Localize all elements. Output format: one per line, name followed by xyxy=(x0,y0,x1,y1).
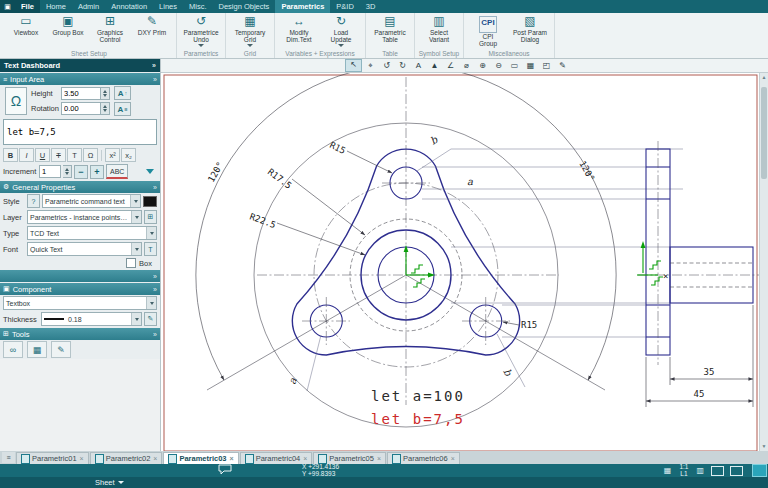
text-height-up-button[interactable]: A↑ xyxy=(114,86,131,100)
menu-3d[interactable]: 3D xyxy=(360,0,382,13)
scale-readout[interactable]: 1:1 L1 xyxy=(679,464,688,477)
omega-symbol-button[interactable]: Ω xyxy=(5,87,27,115)
section-header-component[interactable]: ▣ Component » xyxy=(0,283,160,295)
menu-annotation[interactable]: Annotation xyxy=(105,0,153,13)
section-header-general-properties[interactable]: ⚙ General Properties » xyxy=(0,181,160,193)
drawing-canvas-area[interactable]: R15 R17.5 R22.5 120° 120° R15 b a xyxy=(161,73,768,451)
tab-parametric02[interactable]: Parametric02 × xyxy=(90,452,163,464)
fill-tool-button[interactable]: ▲ xyxy=(427,60,442,71)
zoom-window-button[interactable]: ▭ xyxy=(507,60,522,71)
tab-parametric01[interactable]: Parametric01 × xyxy=(16,452,89,464)
param-text-b[interactable]: let b=7,5 xyxy=(371,411,465,427)
layer-dropdown[interactable]: Parametrics - instance points,table xyxy=(27,210,142,224)
collapse-icon[interactable]: » xyxy=(153,331,157,338)
snap-grid-icon[interactable]: ▦ xyxy=(664,466,672,475)
text-fit-button[interactable]: A≡ xyxy=(114,102,131,116)
zoom-in-button[interactable]: ⊕ xyxy=(475,60,490,71)
select-variant-button[interactable]: ▥ Select Variant xyxy=(418,13,460,43)
dxy-prim-button[interactable]: ✎ DXY Prim xyxy=(131,13,173,36)
rotation-spinner[interactable] xyxy=(101,102,110,115)
corner-tool-button[interactable]: ◰ xyxy=(539,60,554,71)
select-tool-button[interactable]: ↖ xyxy=(345,59,362,72)
monitor-icon[interactable] xyxy=(711,466,724,476)
menu-admin[interactable]: Admin xyxy=(72,0,105,13)
vertical-scrollbar[interactable]: ▲ ▼ xyxy=(759,73,768,451)
load-update-button[interactable]: ↻ Load Update xyxy=(320,13,362,47)
section-header-tools[interactable]: ⊞ Tools » xyxy=(0,328,160,340)
decrement-button[interactable]: − xyxy=(74,165,88,179)
close-icon[interactable]: × xyxy=(153,455,157,462)
type-dropdown[interactable]: TCD Text xyxy=(27,226,157,240)
menu-design-objects[interactable]: Design Objects xyxy=(213,0,276,13)
subscript-button[interactable]: x₂ xyxy=(121,148,136,162)
text-input[interactable] xyxy=(3,119,157,145)
close-icon[interactable]: × xyxy=(80,455,84,462)
drawing-canvas[interactable]: R15 R17.5 R22.5 120° 120° R15 b a xyxy=(161,73,761,451)
param-text-a[interactable]: let a=100 xyxy=(371,388,465,404)
box-checkbox[interactable] xyxy=(126,258,136,268)
layer-settings-button[interactable]: ⊞ xyxy=(144,210,157,224)
cpi-group-button[interactable]: CPI CPI Group xyxy=(467,13,509,47)
angle-tool-button[interactable]: ∠ xyxy=(443,60,458,71)
edit-tool-button[interactable]: ✎ xyxy=(555,60,570,71)
thickness-dropdown[interactable]: 0.18 xyxy=(41,312,142,326)
section-header-input-area[interactable]: ≡ Input Area » xyxy=(0,73,160,85)
font-settings-button[interactable]: T xyxy=(144,242,157,256)
tab-parametric06[interactable]: Parametric06 × xyxy=(387,452,460,464)
increment-field[interactable] xyxy=(39,165,61,178)
text-tool-button[interactable]: A xyxy=(411,60,426,71)
underline-button[interactable]: U xyxy=(35,148,50,162)
temporary-grid-button[interactable]: ▦ Temporary Grid xyxy=(229,13,271,47)
increment-button[interactable]: + xyxy=(90,165,104,179)
parametrice-undo-button[interactable]: ↺ Parametrice Undo xyxy=(180,13,222,47)
strikethrough-button[interactable]: T xyxy=(51,148,66,162)
collapse-icon[interactable]: » xyxy=(153,184,157,191)
graphics-control-button[interactable]: ⊞ Graphics Control xyxy=(89,13,131,43)
component-dropdown[interactable]: Textbox xyxy=(3,296,157,310)
close-icon[interactable]: × xyxy=(230,455,234,462)
bold-button[interactable]: B xyxy=(3,148,18,162)
symbol-button[interactable]: Ω xyxy=(83,148,98,162)
menu-parametrics[interactable]: Parametrics xyxy=(275,0,330,13)
scroll-down-icon[interactable]: ▼ xyxy=(760,442,768,451)
table-tool-button[interactable]: ▦ xyxy=(27,341,47,358)
edit-tool-button[interactable]: ✎ xyxy=(51,341,71,358)
height-spinner[interactable] xyxy=(101,87,110,100)
layers-icon[interactable]: ▥ xyxy=(696,466,704,475)
text-color-swatch[interactable] xyxy=(143,196,157,207)
close-icon[interactable]: × xyxy=(303,455,307,462)
panel-pin-icon[interactable]: » xyxy=(152,62,156,69)
undo-button[interactable]: ↺ xyxy=(379,60,394,71)
close-icon[interactable]: × xyxy=(377,455,381,462)
diameter-tool-button[interactable]: ⌀ xyxy=(459,60,474,71)
post-param-dialog-button[interactable]: ▧ Post Param Dialog xyxy=(509,13,551,43)
collapse-icon[interactable]: » xyxy=(153,273,157,280)
viewbox-button[interactable]: ▭ Viewbox xyxy=(5,13,47,36)
thickness-edit-button[interactable]: ✎ xyxy=(144,312,157,326)
tab-parametric03[interactable]: Parametric03 × xyxy=(163,452,238,464)
collapse-icon[interactable]: » xyxy=(153,286,157,293)
sheet-selector[interactable]: Sheet xyxy=(95,478,124,487)
menu-lines[interactable]: Lines xyxy=(153,0,183,13)
scrollbar-thumb[interactable] xyxy=(761,87,767,179)
style-dropdown[interactable]: Parametric command text xyxy=(42,194,141,208)
menu-pid[interactable]: P&ID xyxy=(330,0,360,13)
tab-list-button[interactable]: ≡ xyxy=(2,452,15,463)
section-header-collapsed[interactable]: » xyxy=(0,270,160,282)
font-dropdown[interactable]: Quick Text xyxy=(27,242,142,256)
display-icon[interactable] xyxy=(730,466,743,476)
vertical-text-button[interactable]: T xyxy=(67,148,82,162)
scroll-up-icon[interactable]: ▲ xyxy=(760,73,768,82)
height-field[interactable] xyxy=(61,87,101,100)
close-icon[interactable]: × xyxy=(451,455,455,462)
chat-icon[interactable] xyxy=(218,464,232,477)
group-box-button[interactable]: ▣ Group Box xyxy=(47,13,89,36)
menu-home[interactable]: Home xyxy=(40,0,72,13)
new-sheet-button[interactable] xyxy=(752,464,767,477)
rotation-field[interactable] xyxy=(61,102,101,115)
chevron-down-icon[interactable] xyxy=(146,169,154,174)
redo-button[interactable]: ↻ xyxy=(395,60,410,71)
spellcheck-button[interactable]: ABC xyxy=(106,164,128,179)
grid-toggle-button[interactable]: ▦ xyxy=(523,60,538,71)
menu-misc[interactable]: Misc. xyxy=(183,0,213,13)
